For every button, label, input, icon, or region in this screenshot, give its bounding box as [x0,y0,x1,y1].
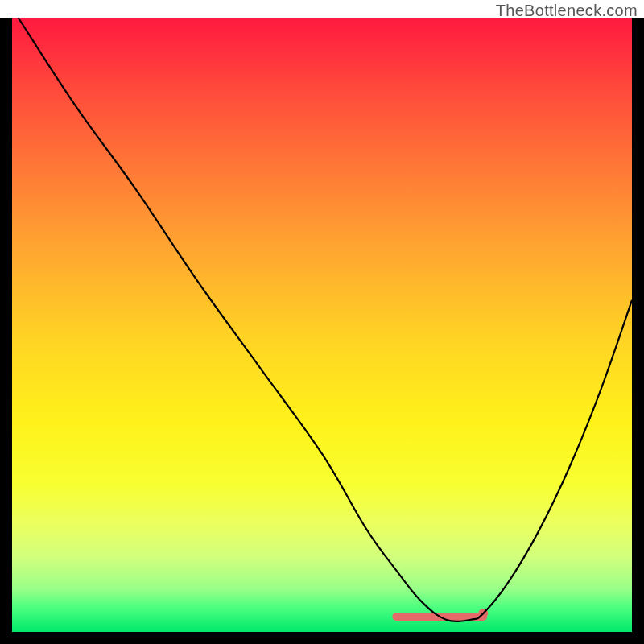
chart-svg [12,18,632,632]
frame-bottom [0,632,644,644]
frame-right [632,18,644,632]
frame-left [0,18,12,632]
watermark-text: TheBottleneck.com [496,2,638,20]
chart-container: TheBottleneck.com [0,0,644,644]
flat-region-highlight [396,609,488,618]
bottleneck-curve [19,18,632,621]
